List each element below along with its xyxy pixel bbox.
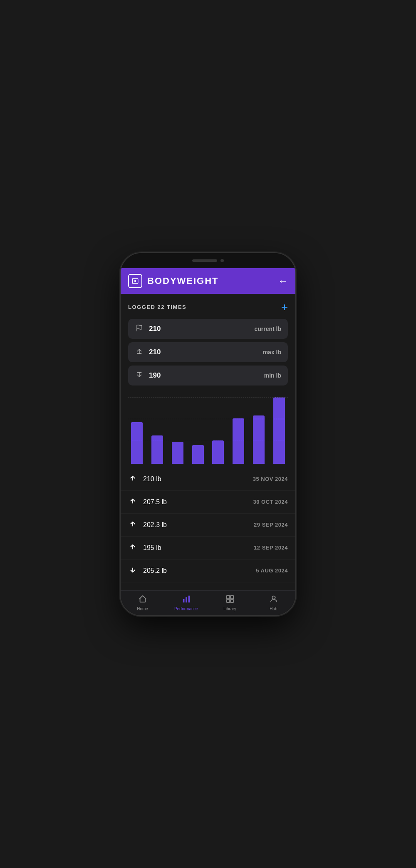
- hub-icon: [269, 594, 278, 606]
- nav-performance-label: Performance: [174, 607, 198, 611]
- svg-point-1: [134, 280, 136, 282]
- phone-dot: [220, 259, 224, 262]
- trend-down-icon: [128, 566, 137, 575]
- bar-wrapper-1: [149, 397, 166, 464]
- log-entry-3[interactable]: 195 lb12 SEP 2024: [121, 537, 295, 560]
- app-content: BODYWEIGHT ← LOGGED 22 TIMES +: [121, 268, 295, 615]
- log-list: 210 lb35 NOV 2024207.5 lb30 OCT 2024202.…: [121, 468, 295, 605]
- log-date-3: 12 SEP 2024: [254, 545, 288, 551]
- log-entry-4[interactable]: 205.2 lb5 AUG 2024: [121, 560, 295, 582]
- bottom-nav: Home Performance: [121, 590, 295, 615]
- nav-hub-label: Hub: [270, 607, 277, 611]
- svg-rect-21: [226, 596, 229, 599]
- bar-wrapper-5: [230, 397, 248, 464]
- log-entry-1[interactable]: 207.5 lb30 OCT 2024: [121, 491, 295, 514]
- log-value-3: 195 lb: [143, 544, 161, 552]
- log-value-2: 202.3 lb: [143, 521, 167, 529]
- log-date-2: 29 SEP 2024: [254, 522, 288, 528]
- chart-bar-6: [253, 415, 265, 463]
- bar-wrapper-0: [128, 397, 146, 464]
- svg-rect-22: [230, 596, 233, 599]
- back-button[interactable]: ←: [278, 275, 288, 287]
- svg-rect-23: [226, 599, 229, 602]
- log-value-4: 205.2 lb: [143, 567, 167, 575]
- library-icon: [225, 594, 235, 606]
- stat-left: 210: [135, 324, 161, 333]
- stat-min[interactable]: 190 min lb: [128, 366, 288, 386]
- trend-up-icon: [128, 520, 137, 530]
- log-value-0: 210 lb: [143, 475, 161, 483]
- nav-library-label: Library: [223, 607, 236, 611]
- log-value-1: 207.5 lb: [143, 498, 167, 506]
- logged-row: LOGGED 22 TIMES +: [128, 301, 288, 313]
- phone-frame: BODYWEIGHT ← LOGGED 22 TIMES +: [121, 253, 295, 615]
- scroll-area[interactable]: LOGGED 22 TIMES + 210 curren: [121, 294, 295, 615]
- nav-hub[interactable]: Hub: [252, 594, 295, 611]
- bar-wrapper-4: [209, 397, 227, 464]
- log-entry-0[interactable]: 210 lb35 NOV 2024: [121, 468, 295, 491]
- max-label: max lb: [263, 349, 281, 356]
- stat-left-min: 190: [135, 371, 161, 380]
- bar-wrapper-2: [169, 397, 187, 464]
- nav-home[interactable]: Home: [121, 594, 164, 611]
- bar-wrapper-3: [189, 397, 207, 464]
- min-value: 190: [149, 371, 161, 380]
- phone-pill: [192, 259, 217, 262]
- arrow-down-min-icon: [135, 371, 144, 380]
- log-entry-2[interactable]: 202.3 lb29 SEP 2024: [121, 514, 295, 537]
- chart-bar-3: [192, 445, 204, 464]
- chart-area: [128, 397, 288, 464]
- stat-left-max: 210: [135, 348, 161, 357]
- header-left: BODYWEIGHT: [128, 274, 219, 288]
- section-top: LOGGED 22 TIMES + 210 curren: [121, 294, 295, 393]
- log-date-1: 30 OCT 2024: [253, 499, 288, 505]
- icon-svg: [131, 277, 139, 285]
- trend-up-icon: [128, 497, 137, 507]
- nav-library[interactable]: Library: [208, 594, 252, 611]
- stat-max[interactable]: 210 max lb: [128, 342, 288, 362]
- flag-icon: [135, 324, 144, 333]
- stat-current[interactable]: 210 current lb: [128, 319, 288, 339]
- min-label: min lb: [264, 372, 281, 379]
- log-date-4: 5 AUG 2024: [256, 567, 288, 574]
- current-label: current lb: [254, 326, 281, 332]
- home-icon: [138, 594, 147, 606]
- add-button[interactable]: +: [281, 301, 288, 313]
- performance-icon: [182, 594, 191, 606]
- chart-bar-2: [172, 442, 183, 464]
- chart-bar-1: [151, 435, 163, 463]
- current-value: 210: [149, 325, 161, 333]
- svg-rect-20: [188, 596, 190, 603]
- chart-bar-4: [212, 440, 224, 464]
- trend-up-icon: [128, 475, 137, 484]
- notch-area: [121, 253, 295, 268]
- nav-performance[interactable]: Performance: [164, 594, 208, 611]
- svg-rect-24: [230, 599, 233, 602]
- trend-up-icon: [128, 543, 137, 552]
- svg-rect-19: [186, 597, 187, 602]
- log-date-0: 35 NOV 2024: [253, 476, 288, 482]
- chart-bar-0: [131, 422, 143, 463]
- chart-bar-5: [233, 418, 244, 464]
- svg-point-25: [272, 596, 275, 599]
- header-title: BODYWEIGHT: [147, 276, 219, 286]
- chart-bar-7: [273, 397, 285, 464]
- nav-home-label: Home: [137, 607, 148, 611]
- svg-rect-18: [183, 599, 184, 602]
- logged-text: LOGGED 22 TIMES: [128, 304, 186, 310]
- chart-container: [121, 393, 295, 468]
- bar-wrapper-7: [270, 397, 288, 464]
- arrow-up-max-icon: [135, 348, 144, 357]
- bar-wrapper-6: [250, 397, 268, 464]
- max-value: 210: [149, 348, 161, 356]
- bodyweight-icon: [128, 274, 142, 288]
- app-header: BODYWEIGHT ←: [121, 268, 295, 294]
